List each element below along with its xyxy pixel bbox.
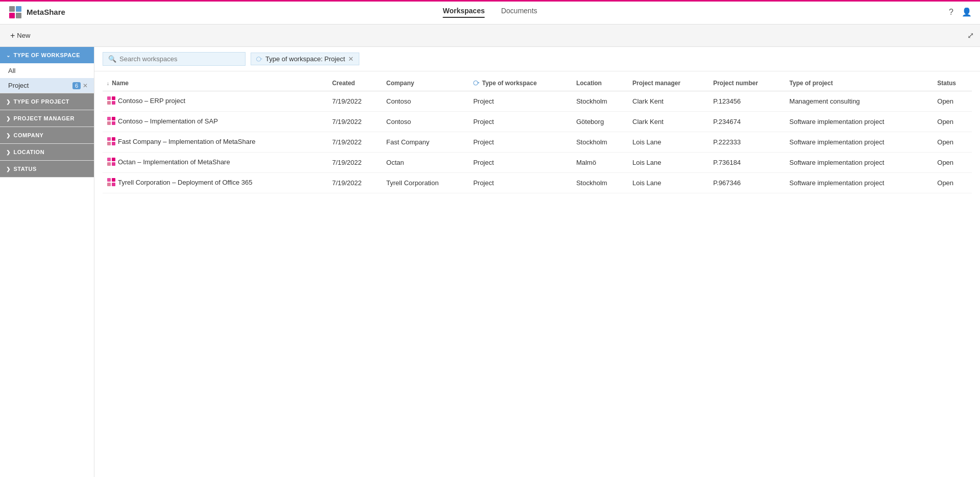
search-input[interactable] xyxy=(119,55,240,63)
table-row[interactable]: Contoso – ERP project 7/19/2022ContosoPr… xyxy=(103,91,972,112)
cell-location: Stockholm xyxy=(572,132,628,153)
close-project-filter-icon[interactable]: ✕ xyxy=(83,82,88,89)
workspace-icon xyxy=(107,157,116,166)
new-label: New xyxy=(17,32,30,39)
sidebar-item-all[interactable]: All xyxy=(0,63,94,78)
cell-company: Tyrell Corporation xyxy=(382,173,469,193)
cell-company: Contoso xyxy=(382,112,469,132)
sidebar-item-badge-project: 6 ✕ xyxy=(72,82,88,89)
active-filter-chip: ⧂ Type of workspace: Project ✕ xyxy=(251,53,359,65)
section-label-status: STATUS xyxy=(14,166,37,172)
svg-rect-10 xyxy=(107,121,111,125)
svg-rect-16 xyxy=(107,158,111,161)
cell-type-of-workspace: Project xyxy=(469,173,572,193)
row-name-text: Octan – Implementation of MetaShare xyxy=(118,158,230,166)
svg-rect-8 xyxy=(107,117,111,120)
svg-rect-13 xyxy=(112,137,115,141)
svg-rect-3 xyxy=(16,13,21,18)
cell-status: Open xyxy=(933,153,972,173)
chevron-right-icon-pm: ❯ xyxy=(6,116,11,121)
workspace-icon xyxy=(107,137,116,146)
logo-area: MetaShare xyxy=(8,5,65,19)
content-area: 🔍 ⧂ Type of workspace: Project ✕ ↓ Name xyxy=(94,47,980,477)
row-icon-name: Contoso – Implementation of SAP xyxy=(107,116,218,125)
sidebar-section-header-status[interactable]: ❯ STATUS xyxy=(0,161,94,177)
search-box[interactable]: 🔍 xyxy=(103,52,246,66)
row-icon-name: Octan – Implementation of MetaShare xyxy=(107,157,230,166)
cell-company: Contoso xyxy=(382,91,469,112)
user-icon[interactable]: 👤 xyxy=(962,7,972,17)
nav-documents[interactable]: Documents xyxy=(501,7,537,18)
sidebar-section-header-company[interactable]: ❯ COMPANY xyxy=(0,127,94,143)
col-header-project-manager[interactable]: Project manager xyxy=(628,76,709,91)
cell-project-manager: Clark Kent xyxy=(628,91,709,112)
section-label-company: COMPANY xyxy=(14,132,44,138)
filter-bar: 🔍 ⧂ Type of workspace: Project ✕ xyxy=(94,47,980,71)
sidebar-section-header-type-of-project[interactable]: ❯ TYPE OF PROJECT xyxy=(0,93,94,110)
cell-type-of-workspace: Project xyxy=(469,153,572,173)
sidebar-section-type-of-workspace: ⌄ TYPE OF WORKSPACE All Project 6 ✕ xyxy=(0,47,94,93)
col-header-company[interactable]: Company xyxy=(382,76,469,91)
cell-name: Contoso – ERP project xyxy=(103,91,328,112)
table-row[interactable]: Contoso – Implementation of SAP 7/19/202… xyxy=(103,112,972,132)
col-header-type-of-workspace[interactable]: ⧂ Type of workspace xyxy=(469,76,572,91)
cell-status: Open xyxy=(933,173,972,193)
new-button[interactable]: + New xyxy=(6,29,34,42)
svg-rect-18 xyxy=(107,162,111,166)
workspace-icon xyxy=(107,178,116,187)
table-row[interactable]: Tyrell Corporation – Deployment of Offic… xyxy=(103,173,972,193)
help-icon[interactable]: ? xyxy=(949,8,953,17)
sort-arrow-name: ↓ xyxy=(107,81,109,86)
cell-company: Octan xyxy=(382,153,469,173)
svg-rect-23 xyxy=(112,183,115,186)
filter-icon: ⧂ xyxy=(256,56,262,63)
table-row[interactable]: Octan – Implementation of MetaShare 7/19… xyxy=(103,153,972,173)
svg-rect-19 xyxy=(112,162,115,166)
cell-status: Open xyxy=(933,112,972,132)
sidebar-section-header-project-manager[interactable]: ❯ PROJECT MANAGER xyxy=(0,110,94,127)
row-name-text: Contoso – Implementation of SAP xyxy=(118,117,218,125)
sidebar-section-header-type-of-workspace[interactable]: ⌄ TYPE OF WORKSPACE xyxy=(0,47,94,63)
cell-created: 7/19/2022 xyxy=(328,91,382,112)
close-filter-icon[interactable]: ✕ xyxy=(348,55,354,63)
svg-rect-11 xyxy=(112,121,115,125)
svg-rect-22 xyxy=(107,183,111,186)
col-header-type-of-project[interactable]: Type of project xyxy=(786,76,934,91)
sidebar-section-header-location[interactable]: ❯ LOCATION xyxy=(0,144,94,160)
section-label-project-manager: PROJECT MANAGER xyxy=(14,115,75,121)
expand-icon[interactable]: ⤢ xyxy=(967,31,974,40)
cell-project-manager: Lois Lane xyxy=(628,173,709,193)
nav-workspaces[interactable]: Workspaces xyxy=(443,7,484,18)
svg-rect-0 xyxy=(9,6,15,12)
search-icon: 🔍 xyxy=(108,55,116,63)
cell-type-of-project: Software implementation project xyxy=(786,153,934,173)
sidebar-section-location: ❯ LOCATION xyxy=(0,144,94,161)
svg-rect-5 xyxy=(112,96,115,100)
col-header-name[interactable]: ↓ Name xyxy=(103,76,328,91)
filter-indicator-type: ⧂ xyxy=(473,80,479,87)
row-icon-name: Tyrell Corporation – Deployment of Offic… xyxy=(107,178,253,187)
col-header-status[interactable]: Status xyxy=(933,76,972,91)
svg-rect-14 xyxy=(107,142,111,145)
chevron-right-icon: ❯ xyxy=(6,99,11,105)
cell-location: Stockholm xyxy=(572,173,628,193)
sidebar-item-project[interactable]: Project 6 ✕ xyxy=(0,78,94,93)
cell-type-of-project: Management consulting xyxy=(786,91,934,112)
toolbar-left: + New xyxy=(6,29,34,42)
col-header-location[interactable]: Location xyxy=(572,76,628,91)
cell-type-of-workspace: Project xyxy=(469,112,572,132)
cell-project-number: P.234674 xyxy=(709,112,785,132)
col-header-created[interactable]: Created xyxy=(328,76,382,91)
cell-project-manager: Lois Lane xyxy=(628,153,709,173)
cell-name: Tyrell Corporation – Deployment of Offic… xyxy=(103,173,328,193)
row-icon-name: Fast Company – Implementation of MetaSha… xyxy=(107,137,256,146)
row-icon-name: Contoso – ERP project xyxy=(107,96,185,105)
cell-created: 7/19/2022 xyxy=(328,132,382,153)
plus-icon: + xyxy=(10,31,15,40)
svg-rect-15 xyxy=(112,142,115,145)
sidebar-section-project-manager: ❯ PROJECT MANAGER xyxy=(0,110,94,127)
col-header-project-number[interactable]: Project number xyxy=(709,76,785,91)
sidebar-section-company: ❯ COMPANY xyxy=(0,127,94,144)
toolbar-right: ⤢ xyxy=(967,31,974,40)
table-row[interactable]: Fast Company – Implementation of MetaSha… xyxy=(103,132,972,153)
